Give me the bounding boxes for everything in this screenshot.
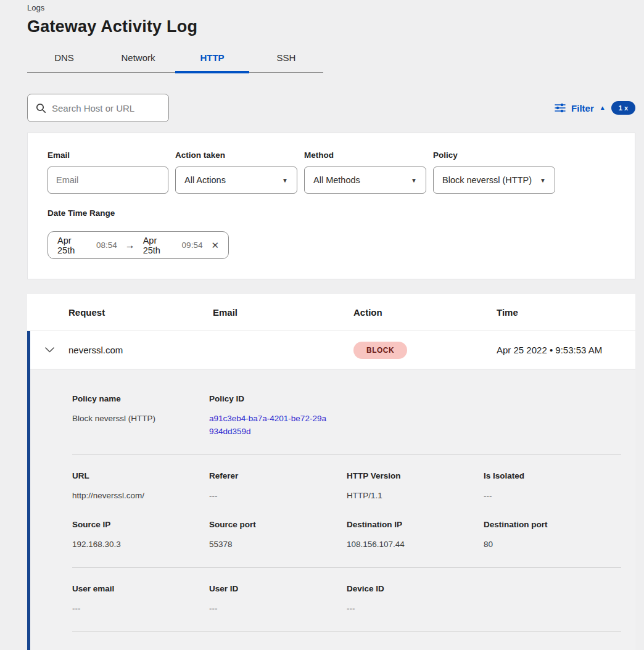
filter-field-method: Method All Methods ▼ [304,150,426,194]
filter-controls: Filter ▲ 1 x [555,101,635,115]
policy-id-link[interactable]: a91c3eb4-ba7a-4201-be72-29a934dd359d [209,413,326,438]
divider [72,567,621,568]
caret-up-icon[interactable]: ▲ [600,105,606,111]
method-label: Method [304,150,426,160]
filter-field-action-taken: Action taken All Actions ▼ [175,150,297,194]
search-icon [36,103,46,113]
close-icon[interactable]: ✕ [211,240,219,251]
policy-section: Policy name Block neverssl (HTTP) Policy… [72,394,621,438]
dropdown-caret-icon: ▼ [411,177,417,184]
email-filter-input[interactable] [47,167,168,194]
toolbar: Filter ▲ 1 x [27,94,635,122]
breadcrumb[interactable]: Logs [27,0,635,12]
network-section: Source IP 192.168.30.3 Source port 55378… [72,520,621,551]
filter-field-policy: Policy Block neverssl (HTTP) ▼ [433,150,555,194]
row-time: Apr 25 2022 • 9:53:53 AM [497,345,635,355]
detail-policy-id: Policy ID a91c3eb4-ba7a-4201-be72-29a934… [209,394,347,438]
date-range-label: Date Time Range [47,208,615,218]
table-row[interactable]: neverssl.com BLOCK Apr 25 2022 • 9:53:53… [30,331,635,369]
status-badge: BLOCK [353,342,407,359]
column-header-email: Email [213,307,353,318]
user-section: User email --- User ID --- Device ID --- [72,584,621,615]
tab-dns[interactable]: DNS [27,46,101,72]
filter-field-date-range: Date Time Range Apr 25th 08:54 → Apr 25t… [47,208,615,259]
detail-referer: Referer --- [209,471,347,503]
start-time[interactable]: 08:54 [96,241,117,250]
url-section: URL http://neverssl.com/ Referer --- HTT… [72,471,621,503]
activity-log-table: Request Email Action Time neverssl.com B… [27,294,635,650]
table-header-row: Request Email Action Time [27,294,635,331]
column-header-request: Request [68,307,213,318]
policy-value: Block neverssl (HTTP) [442,175,532,185]
policy-label: Policy [433,150,555,160]
detail-policy-name: Policy name Block neverssl (HTTP) [72,394,209,438]
end-time[interactable]: 09:54 [182,241,203,250]
policy-select[interactable]: Block neverssl (HTTP) ▼ [433,167,555,194]
start-date[interactable]: Apr 25th [57,236,91,255]
detail-http-version: HTTP Version HTTP/1.1 [347,471,484,503]
filter-toggle-button[interactable]: Filter [571,103,594,113]
row-details-panel: Policy name Block neverssl (HTTP) Policy… [30,369,635,650]
radar-link-row: View domain details in Radar → [72,648,621,650]
search-input[interactable] [52,103,160,113]
row-action: BLOCK [353,342,497,359]
date-range-picker[interactable]: Apr 25th 08:54 → Apr 25th 09:54 ✕ [47,231,229,259]
detail-destination-ip: Destination IP 108.156.107.44 [347,520,484,551]
tab-http[interactable]: HTTP [175,46,249,72]
tab-network[interactable]: Network [101,46,175,72]
page-title: Gateway Activity Log [27,17,635,36]
row-request: neverssl.com [68,345,213,355]
log-type-tabs: DNS Network HTTP SSH [27,46,323,73]
page-content: Logs Gateway Activity Log DNS Network HT… [27,0,635,650]
method-value: All Methods [313,175,360,185]
chevron-down-icon[interactable] [30,347,68,353]
filter-count-badge[interactable]: 1 x [611,101,635,115]
column-header-time: Time [497,307,635,318]
detail-is-isolated: Is Isolated --- [484,471,621,503]
email-filter-label: Email [47,150,168,160]
filter-field-email: Email [47,150,168,194]
column-header-action: Action [353,307,497,318]
search-box[interactable] [27,94,169,122]
expanded-row-group: neverssl.com BLOCK Apr 25 2022 • 9:53:53… [27,331,635,650]
detail-user-id: User ID --- [209,584,347,615]
action-taken-value: All Actions [184,175,226,185]
action-taken-label: Action taken [175,150,297,160]
detail-destination-port: Destination port 80 [484,520,621,551]
filter-panel: Email Action taken All Actions ▼ Method … [27,133,635,279]
detail-device-id: Device ID --- [347,584,484,615]
dropdown-caret-icon: ▼ [540,177,546,184]
detail-source-port: Source port 55378 [209,520,347,551]
dropdown-caret-icon: ▼ [282,177,288,184]
detail-user-email: User email --- [72,584,209,615]
filter-icon [555,103,566,113]
arrow-right-icon: → [123,240,138,251]
divider [72,455,621,455]
end-date[interactable]: Apr 25th [143,236,176,255]
divider [72,631,621,632]
method-select[interactable]: All Methods ▼ [304,167,426,194]
action-taken-select[interactable]: All Actions ▼ [175,167,297,194]
tab-ssh[interactable]: SSH [249,46,323,72]
detail-url: URL http://neverssl.com/ [72,471,209,503]
detail-source-ip: Source IP 192.168.30.3 [72,520,209,551]
